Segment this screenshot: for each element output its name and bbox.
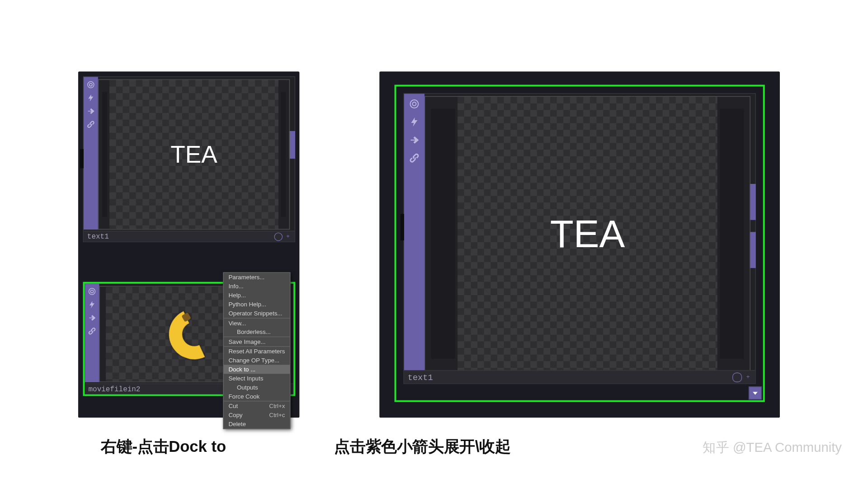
canvas-text: TEA <box>170 141 217 168</box>
expand-collapse-arrow-button[interactable] <box>749 386 762 399</box>
menu-item-label: Reset All Parameters <box>228 347 285 355</box>
node-footer: text1 <box>84 231 295 242</box>
svg-point-2 <box>90 290 93 293</box>
banana-image <box>158 298 230 371</box>
node-name-label: moviefilein2 <box>89 385 141 394</box>
menu-item-outputs[interactable]: Outputs <box>224 383 290 392</box>
record-icon[interactable] <box>274 232 283 241</box>
menu-item-label: Help... <box>228 291 245 299</box>
link-icon[interactable] <box>87 326 98 337</box>
canvas-checker: TEA <box>109 80 278 229</box>
menu-item-label: Change OP Type... <box>228 357 279 364</box>
svg-point-5 <box>410 100 418 108</box>
menu-item-force-cook[interactable]: Force Cook <box>224 392 290 401</box>
link-icon[interactable] <box>406 150 422 166</box>
caption-right: 点击紫色小箭头展开\收起 <box>334 436 510 458</box>
menu-item-label: Outputs <box>237 384 258 391</box>
menu-item-info[interactable]: Info... <box>224 282 290 291</box>
menu-item-label: Force Cook <box>228 392 259 400</box>
connector-notch <box>80 149 84 169</box>
menu-item-delete[interactable]: Delete <box>224 419 290 428</box>
menu-item-label: Borderless... <box>237 328 271 336</box>
menu-item-dock-to[interactable]: Dock to ... <box>224 365 290 374</box>
menu-item-label: Parameters... <box>228 273 264 281</box>
menu-item-cut[interactable]: CutCtrl+x <box>224 401 290 410</box>
menu-item-label: Save Image... <box>228 338 265 345</box>
arrow-right-icon[interactable] <box>87 313 98 324</box>
menu-item-label: Info... <box>228 282 243 290</box>
viewer-toolbar <box>404 94 425 371</box>
footer-icons <box>732 372 755 382</box>
menu-item-label: Cut <box>228 402 238 410</box>
menu-item-label: Copy <box>228 411 242 419</box>
menu-item-python-help[interactable]: Python Help... <box>224 300 290 309</box>
arrow-right-icon[interactable] <box>406 132 422 148</box>
menu-item-change-op-type[interactable]: Change OP Type... <box>224 356 290 365</box>
output-handle-2[interactable] <box>750 232 756 268</box>
eye-icon[interactable] <box>87 286 98 297</box>
menu-item-label: Select Inputs <box>228 375 263 382</box>
eye-icon[interactable] <box>85 80 96 90</box>
arrow-right-icon[interactable] <box>85 106 96 117</box>
canvas-text: TEA <box>550 211 625 256</box>
svg-point-3 <box>89 288 95 295</box>
canvas-checker: TEA <box>458 97 717 371</box>
menu-item-shortcut: Ctrl+x <box>269 402 285 410</box>
link-icon[interactable] <box>85 119 96 130</box>
canvas-frame: TEA <box>425 96 750 371</box>
canvas-frame: TEA <box>98 80 290 230</box>
node-footer: text1 <box>404 370 755 383</box>
menu-item-label: Operator Snippets... <box>228 310 282 317</box>
svg-point-1 <box>88 82 94 88</box>
viewer-text1-right[interactable]: TEA text1 <box>403 93 755 384</box>
right-panel-bg: TEA text1 <box>379 71 780 418</box>
left-panel-bg: TEA text1 <box>78 71 299 418</box>
menu-item-parameters[interactable]: Parameters... <box>224 273 290 282</box>
viewer-text1-top[interactable]: TEA text1 <box>83 76 295 242</box>
viewer-toolbar <box>85 284 99 382</box>
node-name-label: text1 <box>87 232 109 241</box>
footer-icons <box>274 232 294 241</box>
connector-notch <box>401 214 404 240</box>
plus-icon[interactable] <box>743 372 753 382</box>
eye-icon[interactable] <box>406 96 422 112</box>
menu-item-label: Delete <box>228 420 245 428</box>
record-icon[interactable] <box>732 372 742 382</box>
menu-item-select-inputs[interactable]: Select Inputs <box>224 374 290 383</box>
svg-point-0 <box>90 83 92 86</box>
bolt-icon[interactable] <box>406 114 422 130</box>
svg-point-4 <box>412 102 416 106</box>
output-handle[interactable] <box>750 184 756 220</box>
menu-item-operator-snippets[interactable]: Operator Snippets... <box>224 309 290 318</box>
context-menu[interactable]: Parameters...Info...Help...Python Help..… <box>223 272 290 429</box>
watermark: 知乎 @TEA Community <box>703 439 842 457</box>
menu-item-view[interactable]: View... <box>224 318 290 328</box>
canvas-left-bar <box>102 92 107 217</box>
menu-item-reset-all-parameters[interactable]: Reset All Parameters <box>224 346 290 356</box>
bolt-icon[interactable] <box>87 299 98 310</box>
plus-icon[interactable] <box>284 232 292 241</box>
menu-item-borderless[interactable]: Borderless... <box>224 328 290 337</box>
menu-item-shortcut: Ctrl+c <box>269 411 285 419</box>
canvas-right-bar <box>281 92 286 217</box>
output-handle[interactable] <box>289 131 295 159</box>
viewer-toolbar <box>84 77 98 230</box>
menu-item-label: Python Help... <box>228 300 266 308</box>
menu-item-label: View... <box>228 319 246 327</box>
menu-item-copy[interactable]: CopyCtrl+c <box>224 410 290 419</box>
menu-item-label: Dock to ... <box>228 366 255 373</box>
canvas-right-bar <box>720 109 744 359</box>
menu-item-help[interactable]: Help... <box>224 291 290 300</box>
caption-left: 右键-点击Dock to <box>101 436 226 458</box>
node-name-label: text1 <box>408 372 433 382</box>
menu-item-save-image[interactable]: Save Image... <box>224 337 290 346</box>
canvas-left-bar <box>431 109 455 359</box>
bolt-icon[interactable] <box>85 93 96 103</box>
